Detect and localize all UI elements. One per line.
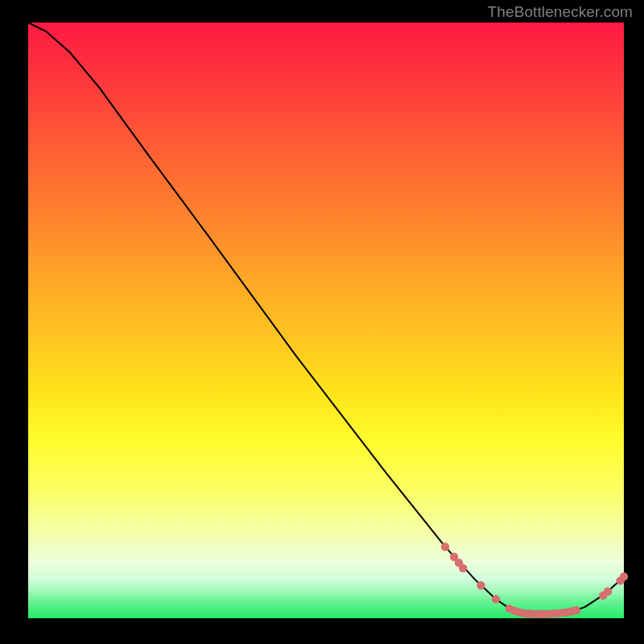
data-marker [441,543,449,551]
data-marker [492,595,500,603]
data-marker [459,564,467,572]
data-marker [620,572,628,580]
bottleneck-chart [0,0,644,644]
data-marker [604,588,612,596]
data-marker [477,581,485,589]
chart-container: { "attribution": "TheBottlenecker.com", … [0,0,644,644]
data-marker [572,606,580,614]
